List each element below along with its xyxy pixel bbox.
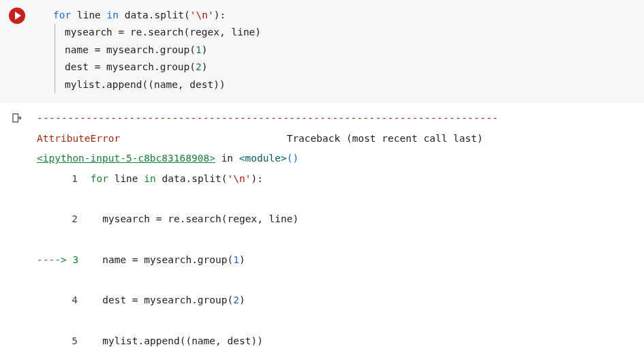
code-editor[interactable]: for line in data.split('\n'): mysearch =… — [34, 0, 644, 103]
code-line-3: name = mysearch.group(1) — [65, 44, 208, 55]
traceback-line-1: 1 for line in data.split('\n'): — [37, 169, 636, 190]
traceback-line-4: 4 dest = mysearch.group(2) — [37, 290, 636, 311]
traceback-separator: ----------------------------------------… — [37, 112, 498, 123]
code-line-5: mylist.append((name, dest)) — [65, 79, 226, 90]
traceback-line-5: 5 mylist.append((name, dest)) — [37, 331, 636, 347]
code-line-1: for line in data.split('\n'): — [53, 10, 226, 20]
input-cell: for line in data.split('\n'): mysearch =… — [0, 0, 644, 103]
output-gutter — [0, 103, 34, 347]
input-gutter — [0, 0, 34, 103]
code-line-2: mysearch = re.search(regex, line) — [65, 27, 261, 37]
code-line-4: dest = mysearch.group(2) — [65, 61, 208, 72]
traceback-source: <ipython-input-5-c8bc83168908> in <modul… — [37, 153, 298, 164]
run-button[interactable] — [9, 7, 25, 24]
traceback-line-3: ----> 3 name = mysearch.group(1) — [37, 250, 636, 271]
indent-guide: mysearch = re.search(regex, line) name =… — [55, 24, 636, 93]
output-icon[interactable] — [11, 112, 23, 124]
traceback-header: AttributeError Traceback (most recent ca… — [37, 133, 483, 144]
output-area: ----------------------------------------… — [34, 103, 644, 347]
output-cell: ----------------------------------------… — [0, 103, 644, 347]
traceback-line-2: 2 mysearch = re.search(regex, line) — [37, 209, 636, 230]
